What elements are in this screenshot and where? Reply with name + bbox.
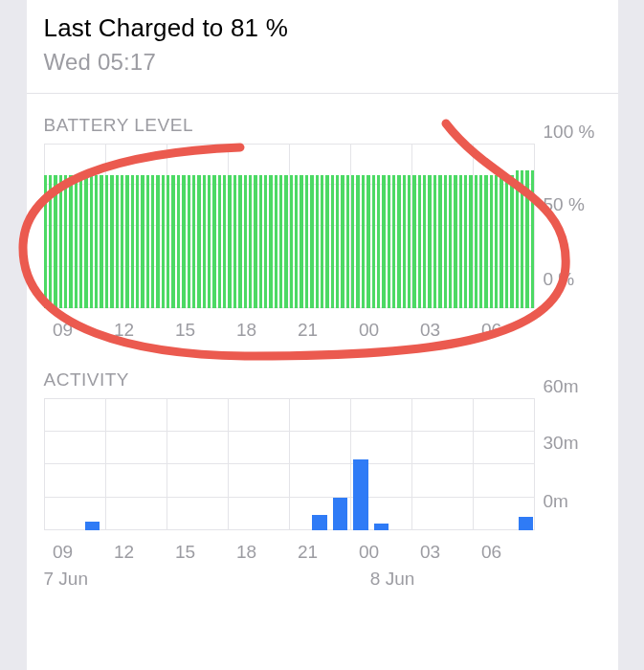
x-tick: 15 (175, 320, 195, 341)
battery-bar (171, 175, 174, 308)
battery-bar (105, 175, 108, 308)
battery-bar (505, 175, 508, 308)
battery-bar (146, 175, 149, 308)
y-tick: 50 % (544, 194, 585, 215)
battery-bar (110, 175, 113, 308)
page-subtitle: Wed 05:17 (44, 49, 601, 76)
battery-level-label: BATTERY LEVEL (44, 115, 601, 136)
battery-bar (392, 175, 395, 308)
x-tick: 00 (359, 542, 379, 563)
battery-bar (275, 175, 278, 308)
battery-bar (438, 175, 441, 308)
activity-x-axis: 0912151821000306 (44, 542, 601, 567)
battery-bar (469, 175, 472, 308)
battery-card: Last Charged to 81 % Wed 05:17 BATTERY L… (27, 0, 618, 670)
battery-bar (331, 175, 334, 308)
activity-date-row: 7 Jun8 Jun (44, 569, 601, 593)
battery-bar (510, 175, 513, 308)
battery-bar (136, 175, 139, 308)
battery-bar (218, 175, 221, 308)
battery-bar (54, 175, 56, 308)
battery-bar (156, 175, 159, 308)
battery-bar (454, 175, 456, 308)
battery-bar (366, 175, 369, 308)
x-tick: 18 (236, 542, 256, 563)
divider (27, 93, 618, 94)
battery-bar (300, 175, 302, 308)
battery-bar (475, 175, 477, 308)
battery-bar (408, 175, 411, 308)
battery-bar (479, 175, 482, 308)
battery-bar (459, 175, 462, 308)
battery-bar (495, 175, 498, 308)
battery-bar (403, 175, 406, 308)
x-tick: 06 (481, 320, 501, 341)
activity-bar (333, 498, 348, 531)
battery-bar (279, 175, 282, 308)
battery-bar (444, 175, 447, 308)
battery-bar (254, 175, 256, 308)
battery-bar (238, 175, 241, 308)
battery-bar (141, 175, 144, 308)
battery-bar (188, 175, 190, 308)
activity-bar (519, 517, 534, 530)
x-tick: 21 (298, 320, 318, 341)
battery-bar (44, 175, 47, 308)
battery-bar (321, 175, 323, 308)
page-title: Last Charged to 81 % (44, 13, 601, 43)
battery-bar (116, 175, 119, 308)
x-tick: 06 (481, 542, 501, 563)
battery-bar (412, 175, 415, 308)
battery-bar (162, 175, 165, 308)
date-label: 8 Jun (370, 569, 414, 590)
battery-bar (59, 175, 62, 308)
battery-bar (228, 175, 231, 308)
y-tick: 0m (544, 491, 568, 512)
battery-bar (64, 175, 67, 308)
activity-bar (374, 524, 389, 530)
battery-bar (433, 175, 436, 308)
battery-bar (388, 175, 390, 308)
x-tick: 09 (53, 320, 73, 341)
battery-bar (305, 175, 308, 308)
battery-bar (290, 175, 293, 308)
battery-bar (212, 175, 215, 308)
battery-bar (177, 175, 180, 308)
battery-bar (264, 175, 267, 308)
battery-bar (121, 175, 123, 308)
battery-bar (484, 175, 487, 308)
x-tick: 09 (53, 542, 73, 563)
battery-bar (516, 170, 519, 308)
battery-bar (372, 175, 375, 308)
battery-bar (325, 175, 328, 308)
battery-bar (336, 175, 339, 308)
battery-bar (351, 175, 354, 308)
battery-bar (449, 175, 452, 308)
date-label: 7 Jun (44, 569, 88, 590)
x-tick: 18 (236, 320, 256, 341)
battery-bar (259, 175, 262, 308)
battery-bar (310, 175, 313, 308)
y-tick: 0 % (544, 269, 575, 290)
battery-bar (223, 175, 226, 308)
battery-bar (208, 175, 211, 308)
battery-bar (284, 175, 287, 308)
y-tick: 60m (544, 376, 579, 397)
battery-bar (316, 175, 319, 308)
battery-bar (167, 175, 169, 308)
battery-bar (500, 175, 502, 308)
battery-bar (244, 175, 247, 308)
battery-bar (131, 175, 134, 308)
x-tick: 15 (175, 542, 195, 563)
battery-bar (295, 175, 298, 308)
battery-bar (84, 175, 87, 308)
y-tick: 100 % (544, 122, 595, 143)
battery-bar (377, 175, 380, 308)
x-tick: 00 (359, 320, 379, 341)
battery-bar (233, 175, 236, 308)
battery-bar (79, 175, 82, 308)
activity-chart: 60m30m0m (44, 398, 601, 530)
battery-bar (356, 175, 359, 308)
battery-level-chart: 100 %50 %0 % (44, 144, 601, 308)
battery-bar (75, 175, 78, 308)
